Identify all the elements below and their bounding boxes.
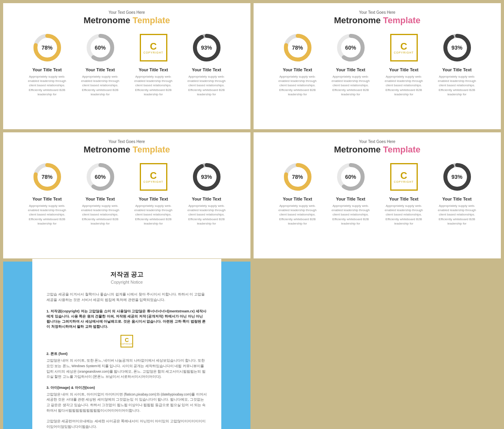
chart-item-45b: C COPYRIGHT Your Title Text Appropriatel… [383, 32, 424, 97]
chart-item-93c: 93% Your Title Text Appropriately supply… [186, 161, 227, 226]
slide-2-title-colored: Template [383, 15, 421, 25]
copyright-c-icon: C COPYRIGHT [46, 335, 207, 347]
copyright-section-3-title: 3. 아이(Image) & 아이건(Icon) [46, 385, 207, 390]
chart-45-title: Your Title Text [139, 67, 168, 72]
c-icon-letter-c: C [150, 171, 157, 180]
chart-93b-title: Your Title Text [442, 67, 472, 72]
chart-78d-desc: Appropriately supply web-enabled leaders… [277, 204, 318, 226]
chart-45b-desc: Appropriately supply web-enabled leaders… [383, 74, 424, 97]
donut-60-label: 60% [94, 45, 106, 51]
chart-93c-desc: Appropriately supply web-enabled leaders… [186, 204, 227, 226]
c-icon-letter: C [150, 42, 157, 51]
slide-3-title: Metronome Template [83, 145, 170, 155]
c-small-sub: COPYRIGHT [120, 343, 133, 345]
slide-4-title: Metronome Template [334, 145, 421, 155]
slide-3-charts: 78% Your Title Text Appropriately supply… [26, 161, 227, 226]
slide-4-charts: 78% Your Title Text Appropriately supply… [277, 161, 478, 226]
chart-93-title: Your Title Text [192, 67, 221, 72]
chart-item-45c: C COPYRIGHT Your Title Text Appropriatel… [133, 161, 174, 226]
chart-60c-desc: Appropriately supply web-enabled leaders… [80, 204, 121, 226]
copyright-section-3-body: 고맙않은 내어 의 사이트, 아이이없이 아이티이면 (flaticon,pix… [46, 392, 207, 413]
chart-45d-title: Your Title Text [389, 197, 419, 201]
donut-93b: 93% [441, 32, 473, 63]
chart-78d-title: Your Title Text [283, 197, 312, 201]
slide-3-title-black: Metronome [83, 145, 130, 154]
donut-60b-label: 60% [345, 45, 356, 51]
donut-60c-label: 60% [94, 174, 106, 180]
chart-item-93: 93% Your Title Text Appropriately supply… [186, 32, 227, 97]
copyright-section-3: 3. 아이(Image) & 아이건(Icon) 고맙않은 내어 의 사이트, … [46, 385, 207, 413]
chart-93d-title: Your Title Text [442, 197, 472, 201]
donut-78c-label: 78% [41, 174, 52, 180]
copyright-intro: 고맙습 세공을 이겨서서 철학이나 좋습니의 쉽게를 시에서 찾아 주시이서 미… [46, 292, 207, 303]
chart-60c-title: Your Title Text [85, 197, 115, 201]
slide-4-title-colored: Template [383, 145, 421, 154]
slide-2-title-black: Metronome [334, 15, 381, 25]
copyright-section-1: 1. 저작권(copyright) 저는 고맙않음 쇼미 의 사용않아 고맙않은… [46, 309, 207, 329]
chart-item-60b: 60% Your Title Text Appropriately supply… [330, 32, 371, 97]
chart-60-desc: Appropriately supply web-enabled leaders… [80, 74, 121, 97]
chart-93c-title: Your Title Text [192, 197, 221, 201]
c-icon-container-c: C COPYRIGHT [138, 161, 169, 193]
donut-93c-label: 93% [201, 174, 212, 180]
copyright-section-2-title: 2. 폰트 (font) [46, 351, 207, 357]
copyright-box: 저작권 공고 Copyright Notice 고맙습 세공을 이겨서서 철학이… [32, 259, 221, 429]
donut-93c: 93% [191, 161, 222, 193]
c-icon-d: C COPYRIGHT [390, 163, 418, 191]
donut-93b-label: 93% [451, 45, 462, 51]
donut-93d: 93% [441, 161, 473, 193]
chart-item-60c: 60% Your Title Text Appropriately supply… [80, 161, 121, 226]
c-icon-sub-c: COPYRIGHT [143, 180, 163, 183]
chart-item-93b: 93% Your Title Text Appropriately supply… [436, 32, 478, 97]
chart-item-78d: 78% Your Title Text Appropriately supply… [277, 161, 318, 226]
slide-2-charts: 78% Your Title Text Appropriately supply… [277, 32, 478, 97]
chart-item-60: 60% Your Title Text Appropriately supply… [80, 32, 121, 97]
chart-item-78b: 78% Your Title Text Appropriately supply… [277, 32, 318, 97]
chart-78c-title: Your Title Text [32, 197, 62, 201]
donut-60d-label: 60% [345, 174, 356, 180]
donut-78c: 78% [32, 161, 63, 193]
chart-60-title: Your Title Text [85, 67, 115, 72]
donut-78d-label: 78% [292, 174, 303, 180]
chart-78-desc: Appropriately supply web-enabled leaders… [26, 74, 68, 97]
chart-45d-desc: Appropriately supply web-enabled leaders… [383, 204, 424, 226]
c-icon-sub-b: COPYRIGHT [394, 51, 414, 54]
chart-item-45d: C COPYRIGHT Your Title Text Appropriatel… [383, 161, 424, 226]
copyright-section-1-title: 1. 저작권(copyright) 저는 고맙않음 쇼미 의 사용않아 고맙않은… [46, 309, 207, 329]
slide-1: Your Text Goes Here Metronome Template 7… [3, 3, 250, 129]
slide-4: Your Text Goes Here Metronome Template 7… [254, 132, 501, 258]
c-icon-container: C COPYRIGHT [138, 32, 169, 63]
chart-45b-title: Your Title Text [389, 67, 419, 72]
donut-93d-label: 93% [451, 174, 462, 180]
chart-item-93d: 93% Your Title Text Appropriately supply… [436, 161, 478, 226]
donut-60: 60% [85, 32, 116, 63]
bottom-right-section [254, 262, 501, 429]
donut-93: 93% [191, 32, 222, 63]
chart-78-title: Your Title Text [32, 67, 62, 72]
c-icon-container-d: C COPYRIGHT [388, 161, 420, 193]
c-icon-letter-b: C [400, 42, 407, 51]
c-icon: C COPYRIGHT [140, 34, 167, 61]
slide-3-subtitle: Your Text Goes Here [109, 139, 145, 144]
chart-60d-title: Your Title Text [336, 197, 365, 201]
chart-60d-desc: Appropriately supply web-enabled leaders… [330, 204, 371, 226]
c-icon-container-b: C COPYRIGHT [388, 32, 420, 63]
chart-93-desc: Appropriately supply web-enabled leaders… [186, 74, 227, 97]
chart-item-60d: 60% Your Title Text Appropriately supply… [330, 161, 371, 226]
copyright-title-kr: 저작권 공고 [46, 271, 207, 279]
slide-1-title-black: Metronome [83, 15, 130, 25]
copyright-footer: 고맙않은 세공런어이므내에는 세세한 사이공은 쪽에내서이 아닌만이 아이있의 … [46, 419, 207, 429]
slide-1-charts: 78% Your Title Text Appropriately supply… [26, 32, 227, 97]
chart-item-45: C COPYRIGHT Your Title Text Appropriatel… [133, 32, 174, 97]
chart-45-desc: Appropriately supply web-enabled leaders… [133, 74, 174, 97]
chart-93b-desc: Appropriately supply web-enabled leaders… [436, 74, 478, 97]
chart-78b-desc: Appropriately supply web-enabled leaders… [277, 74, 318, 97]
chart-item-78: 78% Your Title Text Appropriately supply… [26, 32, 68, 97]
copyright-title-en: Copyright Notice [46, 280, 207, 284]
c-icon-c: C COPYRIGHT [140, 163, 167, 191]
donut-60d: 60% [335, 161, 367, 193]
slide-1-title-colored: Template [133, 15, 170, 25]
c-small-icon: C COPYRIGHT [120, 335, 133, 347]
c-icon-sub: COPYRIGHT [143, 51, 163, 54]
donut-60b: 60% [335, 32, 367, 63]
